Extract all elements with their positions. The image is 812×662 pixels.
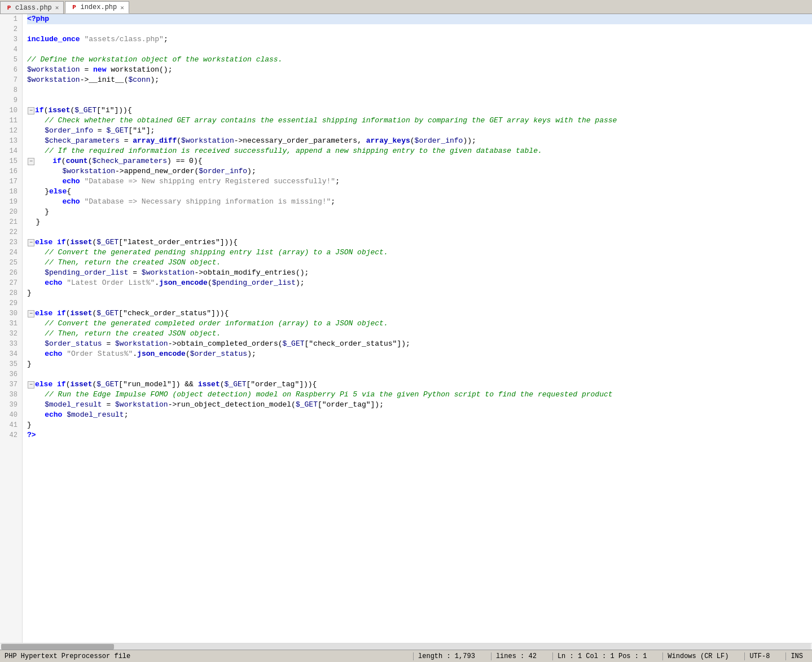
code-line-32: // Then, return the created JSON object. xyxy=(27,329,812,339)
line-number-30: 30 xyxy=(5,308,17,319)
line-number-22: 22 xyxy=(5,227,17,237)
tab-class-php[interactable]: P class.php ✕ xyxy=(0,1,64,14)
token: <?php xyxy=(27,14,49,24)
token: $check_parameters xyxy=(92,156,167,166)
fold-indicator-37[interactable]: − xyxy=(28,381,34,389)
code-line-16: $workstation->append_new_order($order_in… xyxy=(27,166,812,176)
token: if xyxy=(52,156,62,166)
line-number-35: 35 xyxy=(5,359,17,369)
token: { xyxy=(128,105,132,116)
scrollbar-area[interactable] xyxy=(0,643,812,650)
fold-indicator-10[interactable]: − xyxy=(28,107,34,114)
token: ); xyxy=(247,349,256,359)
token xyxy=(80,176,85,187)
token: else xyxy=(49,187,67,197)
code-line-12: $order_info = $_GET["i"]; xyxy=(27,126,812,136)
code-content[interactable]: <?php include_once "assets/class.php"; /… xyxy=(23,14,812,643)
token: $order_status xyxy=(45,339,102,349)
token: // If the required information is receiv… xyxy=(27,146,542,156)
code-line-9 xyxy=(27,95,812,105)
token: ( xyxy=(208,278,212,288)
token: json_encode xyxy=(137,349,186,359)
line-number-28: 28 xyxy=(5,288,17,298)
token: ; xyxy=(124,410,129,420)
code-line-13: $check_parameters = array_diff($workstat… xyxy=(27,136,812,146)
token xyxy=(35,156,52,166)
token: "Database => New shipping entry Register… xyxy=(84,176,335,187)
close-icon-index[interactable]: ✕ xyxy=(120,4,124,11)
token: ( xyxy=(177,136,181,146)
code-line-1: <?php xyxy=(27,14,812,24)
token: "Order Status%" xyxy=(67,349,133,359)
token: )); xyxy=(463,136,476,146)
line-number-26: 26 xyxy=(5,268,17,278)
token xyxy=(27,339,45,349)
code-line-3: include_once "assets/class.php"; xyxy=(27,34,812,45)
status-lines: lines : 42 xyxy=(491,652,541,660)
line-number-19: 19 xyxy=(5,197,17,207)
line-number-8: 8 xyxy=(5,85,17,95)
token xyxy=(80,34,85,45)
status-line-endings: Windows (CR LF) xyxy=(662,652,733,660)
code-line-39: $model_result = $workstation->run_object… xyxy=(27,400,812,410)
token xyxy=(27,197,62,207)
line-number-20: 20 xyxy=(5,207,17,217)
tab-index-php[interactable]: P index.php ✕ xyxy=(65,1,129,14)
token: ( xyxy=(44,105,49,116)
token: ; xyxy=(164,34,168,45)
token: } xyxy=(27,288,32,298)
line-number-6: 6 xyxy=(5,65,17,75)
close-icon-class[interactable]: ✕ xyxy=(55,4,59,11)
line-numbers: 1234567891011121314151617181920212223242… xyxy=(0,14,23,643)
code-line-18: }else{ xyxy=(27,187,812,197)
code-line-22 xyxy=(27,227,812,237)
token: ->obtain_modify_entries(); xyxy=(194,268,309,278)
code-line-26: $pending_order_list = $workstation->obta… xyxy=(27,268,812,278)
token xyxy=(27,176,62,187)
fold-indicator-30[interactable]: − xyxy=(28,310,34,317)
token: ->obtain_completed_orders( xyxy=(168,339,283,349)
tab-label-index: index.php xyxy=(80,3,117,11)
token: $_GET xyxy=(74,105,96,116)
code-line-34: echo "Order Status%".json_encode($order_… xyxy=(27,349,812,359)
line-number-18: 18 xyxy=(5,187,17,197)
token: ( xyxy=(92,237,96,248)
tab-label-class: class.php xyxy=(15,4,52,12)
php-icon-index: P xyxy=(70,3,78,11)
line-number-33: 33 xyxy=(5,339,17,349)
token: $check_parameters xyxy=(45,136,120,146)
code-line-28: } xyxy=(27,288,812,298)
token: $_GET xyxy=(96,308,118,319)
code-line-30: −else if(isset($_GET["check_order_status… xyxy=(27,308,812,319)
fold-indicator-23[interactable]: − xyxy=(28,239,34,246)
token: . xyxy=(155,278,159,288)
token: // Then, return the created JSON object. xyxy=(27,258,221,268)
line-number-32: 32 xyxy=(5,329,17,339)
line-number-41: 41 xyxy=(5,420,17,430)
fold-indicator-15[interactable]: − xyxy=(28,158,34,165)
line-number-9: 9 xyxy=(5,95,17,105)
token: $workstation xyxy=(27,75,80,85)
token: ( xyxy=(220,379,225,390)
code-line-2 xyxy=(27,24,812,34)
line-number-7: 7 xyxy=(5,75,17,85)
token: ( xyxy=(62,156,66,166)
token: ; xyxy=(331,197,335,207)
line-number-3: 3 xyxy=(5,34,17,45)
line-number-12: 12 xyxy=(5,126,17,136)
token: else if xyxy=(35,308,66,319)
code-line-40: echo $model_result; xyxy=(27,410,812,420)
token: ->append_new_order( xyxy=(115,166,199,176)
token: $workstation xyxy=(142,268,195,278)
line-number-31: 31 xyxy=(5,319,17,329)
status-encoding: UTF-8 xyxy=(744,652,774,660)
token: $_GET xyxy=(225,379,247,390)
token: "Latest Order List%" xyxy=(67,278,155,288)
line-number-25: 25 xyxy=(5,258,17,268)
token: $_GET xyxy=(96,379,118,390)
token: ( xyxy=(70,105,74,116)
token: ->__init__( xyxy=(80,75,129,85)
token: // Convert the generated pending shippin… xyxy=(27,248,388,258)
token: new xyxy=(93,65,106,75)
token: = xyxy=(102,339,115,349)
